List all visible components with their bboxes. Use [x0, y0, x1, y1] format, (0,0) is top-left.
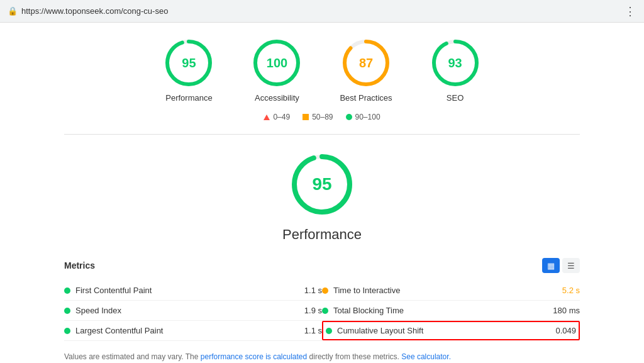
list-view-button[interactable]: ☰	[562, 258, 580, 273]
legend-average: 50–89	[303, 113, 333, 121]
metric-dot-tti	[322, 288, 328, 294]
gauge-accessibility: 100	[252, 38, 302, 88]
big-score-section: 95 Performance	[64, 150, 580, 243]
gauge-number-performance: 95	[182, 56, 196, 70]
gauge-best-practices: 87	[341, 38, 391, 88]
metric-value-cls: 0.049	[555, 326, 576, 335]
metric-name-tti: Time to Interactive	[333, 286, 552, 295]
view-toggle: ▦ ☰	[542, 258, 580, 273]
lock-icon: 🔒	[8, 6, 18, 16]
big-score-title: Performance	[282, 226, 362, 243]
big-score-value: 95	[312, 174, 331, 194]
metric-row-lcp: Largest Contentful Paint 1.1 s	[64, 321, 322, 341]
metrics-section: Metrics ▦ ☰ First Contentful Paint 1.1 s…	[64, 258, 580, 363]
gauge-performance: 95	[164, 38, 214, 88]
notes-text: Values are estimated and may vary. The	[64, 352, 201, 361]
metric-dot-fcp	[64, 288, 70, 294]
url-bar: https://www.toponseek.com/cong-cu-seo	[21, 6, 625, 16]
big-gauge: 95	[287, 150, 357, 219]
metric-row-fcp: First Contentful Paint 1.1 s	[64, 281, 322, 301]
metric-value-si: 1.9 s	[304, 306, 322, 315]
metric-row-tti: Time to Interactive 5.2 s	[322, 281, 580, 301]
metric-value-fcp: 1.1 s	[304, 286, 322, 295]
dot-icon	[346, 114, 352, 120]
gauge-number-best-practices: 87	[359, 56, 373, 70]
grid-view-button[interactable]: ▦	[542, 258, 560, 273]
metric-value-tbt: 180 ms	[553, 306, 580, 315]
legend-fail-label: 0–49	[273, 113, 290, 121]
score-label-performance: Performance	[165, 93, 212, 103]
metric-name-cls: Cumulative Layout Shift	[337, 326, 545, 335]
score-item-performance: 95 Performance	[164, 38, 214, 103]
metrics-left-col: First Contentful Paint 1.1 s Speed Index…	[64, 281, 322, 341]
square-icon	[303, 114, 309, 120]
score-label-best-practices: Best Practices	[340, 93, 392, 103]
metrics-grid: First Contentful Paint 1.1 s Speed Index…	[64, 281, 580, 341]
legend-pass-label: 90–100	[355, 113, 380, 121]
metric-dot-lcp	[64, 328, 70, 334]
metric-dot-cls	[326, 328, 332, 334]
metric-row-si: Speed Index 1.9 s	[64, 301, 322, 321]
legend-pass: 90–100	[346, 113, 380, 121]
score-label-seo: SEO	[447, 93, 464, 103]
notes-mid-text: directly from these metrics.	[309, 352, 402, 361]
browser-bar: 🔒 https://www.toponseek.com/cong-cu-seo …	[0, 0, 644, 23]
gauge-number-seo: 93	[448, 56, 462, 70]
scores-row: 95 Performance 100 Accessibility 87 Best	[64, 38, 580, 103]
main-content: 95 Performance 100 Accessibility 87 Best	[39, 23, 605, 363]
legend-fail: 0–49	[264, 113, 290, 121]
score-item-best-practices: 87 Best Practices	[340, 38, 392, 103]
legend-average-label: 50–89	[312, 113, 333, 121]
list-icon: ☰	[567, 261, 575, 271]
metrics-header: Metrics ▦ ☰	[64, 258, 580, 273]
legend: 0–49 50–89 90–100	[64, 113, 580, 121]
metric-name-fcp: First Contentful Paint	[75, 286, 294, 295]
metrics-right-col: Time to Interactive 5.2 s Total Blocking…	[322, 281, 580, 341]
metric-name-tbt: Total Blocking Time	[333, 306, 543, 315]
score-item-seo: 93 SEO	[430, 38, 480, 103]
gauge-seo: 93	[430, 38, 480, 88]
score-item-accessibility: 100 Accessibility	[252, 38, 302, 103]
calculator-link[interactable]: See calculator.	[401, 352, 451, 361]
notes: Values are estimated and may vary. The p…	[64, 351, 580, 363]
gauge-number-accessibility: 100	[267, 56, 287, 70]
metric-name-lcp: Largest Contentful Paint	[75, 326, 294, 335]
metric-value-tti: 5.2 s	[562, 286, 580, 295]
score-label-accessibility: Accessibility	[255, 93, 299, 103]
browser-menu-icon[interactable]: ⋮	[625, 4, 636, 18]
performance-score-link[interactable]: performance score is calculated	[201, 352, 307, 361]
metric-value-lcp: 1.1 s	[304, 326, 322, 335]
metric-dot-tbt	[322, 308, 328, 314]
metric-name-si: Speed Index	[75, 306, 294, 315]
metric-row-cls: Cumulative Layout Shift 0.049	[322, 321, 580, 340]
divider	[64, 134, 580, 135]
grid-icon: ▦	[547, 261, 555, 271]
metric-dot-si	[64, 308, 70, 314]
metrics-title: Metrics	[64, 260, 95, 271]
metric-row-tbt: Total Blocking Time 180 ms	[322, 301, 580, 321]
triangle-icon	[264, 114, 270, 120]
